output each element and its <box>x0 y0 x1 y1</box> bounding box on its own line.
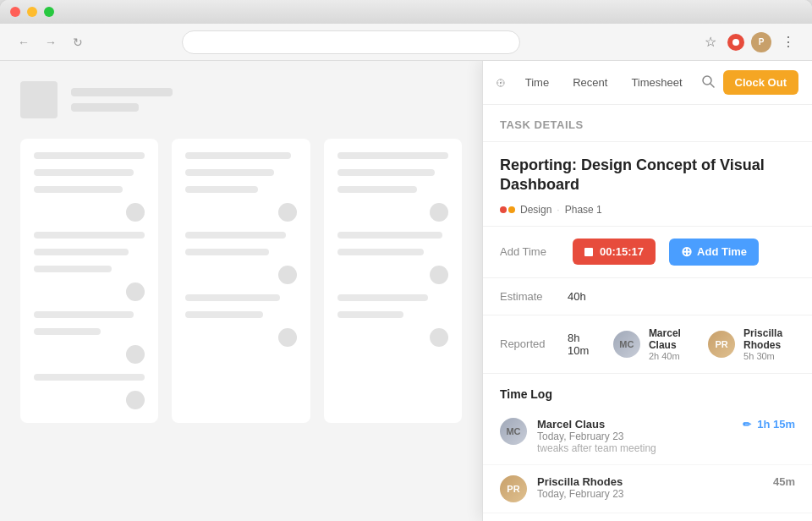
entry-name-1: Priscilla Rhodes <box>537 475 763 488</box>
refresh-button[interactable]: ↻ <box>68 32 88 52</box>
browser-window: ← → ↻ ☆ P ⋮ <box>0 0 812 521</box>
bg-play-btn <box>126 391 145 409</box>
entry-time-value-1: 45m <box>773 475 795 488</box>
bg-line <box>34 169 134 176</box>
reporter-time-1: 5h 30m <box>743 351 795 361</box>
reporter-time-0: 2h 40m <box>649 351 688 361</box>
reporter-avatar-1: PR <box>708 331 735 358</box>
bg-avatar <box>20 81 58 118</box>
address-bar[interactable] <box>182 30 520 54</box>
forward-button[interactable]: → <box>41 32 61 52</box>
bg-line <box>337 294 429 301</box>
nav-timesheet[interactable]: Timesheet <box>621 71 692 94</box>
entry-date-0: Today, February 23 <box>537 431 732 442</box>
bg-line <box>71 88 173 96</box>
main-area: Time Recent Timesheet Clock Out Task Det… <box>0 61 812 521</box>
entry-info-1: Priscilla Rhodes Today, February 23 <box>537 475 763 500</box>
timer-value: 00:15:17 <box>600 245 644 258</box>
estimate-label: Estimate <box>500 290 568 303</box>
bg-line <box>337 152 448 159</box>
timer-button[interactable]: 00:15:17 <box>573 239 656 265</box>
bookmark-icon[interactable]: ☆ <box>700 32 721 52</box>
background-content <box>0 61 482 521</box>
bg-play-btn <box>278 328 297 347</box>
add-time-label: Add Time <box>500 245 559 258</box>
bg-play-btn <box>126 203 145 222</box>
bg-play-btn <box>278 266 297 284</box>
reporter-name-0: Marcel Claus <box>649 327 688 351</box>
reporter-name-1: Priscilla Rhodes <box>743 327 795 351</box>
add-time-button[interactable]: ⊕ Add Time <box>669 239 759 266</box>
bg-line <box>34 186 123 193</box>
tag-design: Design <box>520 204 551 216</box>
bg-play-btn <box>430 266 448 284</box>
bg-column-3 <box>324 139 462 423</box>
bg-line <box>34 374 145 381</box>
minimize-button[interactable] <box>27 7 37 17</box>
bg-line <box>34 232 145 239</box>
time-log-entry-0: MC Marcel Claus Today, February 23 tweak… <box>483 408 812 465</box>
bg-line <box>185 169 274 176</box>
bg-column-2 <box>172 139 310 423</box>
bg-line <box>34 311 134 318</box>
recording-icon <box>727 34 744 51</box>
clock-out-button[interactable]: Clock Out <box>723 70 798 95</box>
reporters-list: MC Marcel Claus 2h 40m PR <box>613 327 795 361</box>
bg-line <box>337 186 418 193</box>
edit-icon: ✏ <box>743 419 751 431</box>
menu-icon[interactable]: ⋮ <box>778 32 798 52</box>
reported-row: Reported 8h 10m MC Marcel Claus 2h 40m <box>483 315 812 374</box>
task-tags: Design · Phase 1 <box>500 204 795 216</box>
bg-line <box>34 328 101 335</box>
bg-play-btn <box>278 203 297 222</box>
close-button[interactable] <box>10 7 20 17</box>
task-details-header: Task Details <box>483 105 812 142</box>
bg-line <box>34 249 129 255</box>
task-title: Reporting: Design Concept of Visual Dash… <box>500 156 795 195</box>
reported-value: 8h 10m <box>568 332 596 357</box>
panel-nav: Time Recent Timesheet Clock Out <box>483 61 812 105</box>
entry-time-1: 45m <box>773 475 795 488</box>
title-bar <box>0 0 812 24</box>
profile-avatar[interactable]: P <box>751 32 771 52</box>
estimate-row: Estimate 40h <box>483 278 812 315</box>
bg-line <box>337 169 436 176</box>
nav-recent[interactable]: Recent <box>562 71 617 94</box>
bg-play-btn <box>126 345 145 364</box>
time-log-header: Time Log <box>483 374 812 408</box>
bg-columns <box>20 139 462 423</box>
bg-play-btn <box>430 203 448 222</box>
browser-toolbar: ← → ↻ ☆ P ⋮ <box>0 24 812 61</box>
tag-separator: · <box>557 204 559 216</box>
time-log-entry-1: PR Priscilla Rhodes Today, February 23 4… <box>483 465 812 513</box>
reporter-avatar-0: MC <box>613 331 640 358</box>
bg-line <box>185 152 291 159</box>
bg-line <box>337 249 424 255</box>
reporter-0: MC Marcel Claus 2h 40m <box>613 327 688 361</box>
bg-play-btn <box>430 328 448 347</box>
plus-icon: ⊕ <box>681 245 692 259</box>
entry-note-0: tweaks after team meeting <box>537 442 732 454</box>
bg-column-1 <box>20 139 158 423</box>
bg-line <box>337 232 443 239</box>
panel-content[interactable]: Task Details Reporting: Design Concept o… <box>483 105 812 521</box>
entry-avatar-0: MC <box>500 418 527 445</box>
search-icon[interactable] <box>696 69 720 96</box>
reporter-info-0: Marcel Claus 2h 40m <box>649 327 688 361</box>
add-time-btn-label: Add Time <box>697 245 747 258</box>
task-title-section: Reporting: Design Concept of Visual Dash… <box>483 142 812 227</box>
bg-line <box>71 103 139 112</box>
reported-label: Reported <box>500 337 568 350</box>
back-button[interactable]: ← <box>14 32 34 52</box>
app-logo <box>497 69 505 96</box>
entry-time-0[interactable]: ✏ 1h 15m <box>743 418 795 431</box>
maximize-button[interactable] <box>44 7 54 17</box>
bg-line <box>185 294 280 301</box>
nav-time[interactable]: Time <box>515 71 559 94</box>
entry-date-1: Today, February 23 <box>537 488 763 500</box>
bg-line <box>185 249 268 255</box>
bg-line <box>34 266 112 272</box>
bg-line <box>34 152 145 159</box>
reporter-info-1: Priscilla Rhodes 5h 30m <box>743 327 795 361</box>
tag-phase: Phase 1 <box>565 204 602 216</box>
